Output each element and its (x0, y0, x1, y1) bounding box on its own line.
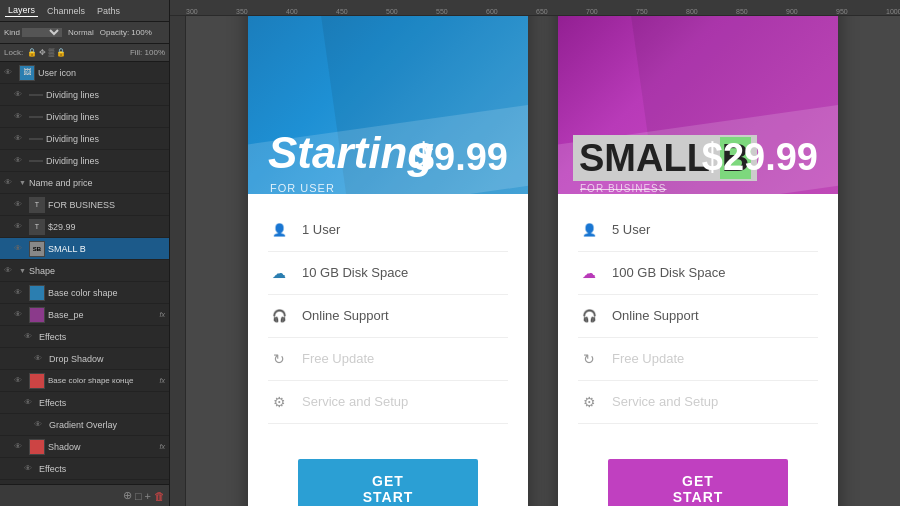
eye-icon[interactable]: 👁 (14, 288, 26, 297)
layer-item[interactable]: 👁 Dividing lines (0, 84, 169, 106)
gear-icon (268, 391, 290, 413)
layer-item[interactable]: 👁 Dividing lines (0, 106, 169, 128)
layer-item[interactable]: 👁 Shadow fx (0, 436, 169, 458)
delete-layer-icon[interactable]: 🗑 (154, 490, 165, 502)
layer-label: Name and price (29, 178, 165, 188)
eye-icon[interactable]: 👁 (14, 90, 26, 99)
gear-icon (578, 391, 600, 413)
eye-icon[interactable]: 👁 (14, 156, 26, 165)
ruler-mark: 400 (286, 8, 336, 15)
ruler-mark: 450 (336, 8, 386, 15)
card-price-small-b: $29.99 (702, 136, 818, 178)
layers-toolbar: Kind Normal Opacity: 100% (0, 22, 169, 44)
ruler-mark: 500 (386, 8, 436, 15)
layer-label: Base color shape конце (48, 376, 157, 385)
layer-item-folder[interactable]: 👁 ▼ Shape (0, 260, 169, 282)
layer-item-selected[interactable]: 👁 SB SMALL B (0, 238, 169, 260)
fx-badge: fx (160, 377, 165, 384)
ruler-mark: 800 (686, 8, 736, 15)
eye-icon[interactable]: 👁 (14, 134, 26, 143)
layer-thumb: T (29, 219, 45, 235)
ruler-top: 300 350 400 450 500 550 600 650 700 750 … (170, 0, 900, 16)
tab-layers[interactable]: Layers (5, 4, 38, 17)
card-header-blue: Starting FOR USER $9.99 (248, 16, 528, 194)
feature-item-disabled: Free Update (578, 338, 818, 381)
layer-item[interactable]: 👁 Dividing lines (0, 128, 169, 150)
layer-label: Base color shape (48, 288, 165, 298)
feature-item-disabled: Service and Setup (268, 381, 508, 424)
canvas-content: Starting FOR USER $9.99 1 User 10 GB Dis… (186, 16, 900, 506)
layer-item[interactable]: 👁 Base_pe fx (0, 304, 169, 326)
layer-item[interactable]: 👁 Base color shape конце fx (0, 370, 169, 392)
layer-label: Gradient Overlay (49, 420, 165, 430)
eye-icon[interactable]: 👁 (4, 266, 16, 275)
feature-text: 5 User (612, 222, 650, 237)
feature-item-disabled: Service and Setup (578, 381, 818, 424)
feature-text: Free Update (302, 351, 374, 366)
eye-icon[interactable]: 👁 (34, 420, 46, 429)
eye-icon[interactable]: 👁 (14, 222, 26, 231)
feature-text: 10 GB Disk Space (302, 265, 408, 280)
get-start-button-starting[interactable]: GET START (298, 459, 478, 507)
ruler-marks: 300 350 400 450 500 550 600 650 700 750 … (186, 0, 900, 15)
panel-tabs: Layers Channels Paths (0, 0, 169, 22)
layer-item[interactable]: 👁 T $29.99 (0, 216, 169, 238)
group-icon[interactable]: □ (135, 490, 142, 502)
layer-options: Lock: 🔒 ✥ ▒ 🔒 Fill: 100% (0, 44, 169, 62)
layer-thumb: T (29, 197, 45, 213)
layer-item[interactable]: 👁 Base color shape (0, 282, 169, 304)
eye-icon[interactable]: 👁 (4, 68, 16, 77)
layer-thumb: 🖼 (19, 65, 35, 81)
ruler-mark: 850 (736, 8, 786, 15)
eye-icon[interactable]: 👁 (14, 244, 26, 253)
feature-item-disabled: Free Update (268, 338, 508, 381)
ruler-mark: 750 (636, 8, 686, 15)
layer-thumb: SB (29, 241, 45, 257)
eye-icon[interactable]: 👁 (14, 200, 26, 209)
feature-text: 100 GB Disk Space (612, 265, 725, 280)
layer-item[interactable]: 👁 Effects (0, 326, 169, 348)
tab-paths[interactable]: Paths (94, 5, 123, 17)
add-style-icon[interactable]: ⊕ (123, 489, 132, 502)
eye-icon[interactable]: 👁 (14, 112, 26, 121)
normal-label: Normal (68, 28, 94, 37)
ruler-mark: 900 (786, 8, 836, 15)
eye-icon[interactable]: 👁 (14, 310, 26, 319)
eye-icon[interactable]: 👁 (24, 464, 36, 473)
cloud-icon (578, 262, 600, 284)
layer-item[interactable]: 👁 Drop Shadow (0, 348, 169, 370)
layer-label: $29.99 (48, 222, 165, 232)
eye-icon[interactable]: 👁 (14, 442, 26, 451)
lock-label: Lock: (4, 48, 23, 57)
headphone-icon (268, 305, 290, 327)
layer-item[interactable]: 👁 T FOR BUSINESS (0, 194, 169, 216)
eye-icon[interactable]: 👁 (34, 354, 46, 363)
eye-icon[interactable]: 👁 (14, 376, 26, 385)
layers-list: 👁 🖼 User icon 👁 Dividing lines 👁 Dividin… (0, 62, 169, 484)
eye-icon[interactable]: 👁 (24, 332, 36, 341)
eye-icon[interactable]: 👁 (24, 398, 36, 407)
layer-item-folder[interactable]: 👁 ▼ Name and price (0, 172, 169, 194)
cloud-icon (268, 262, 290, 284)
feature-item: 1 User (268, 209, 508, 252)
tab-channels[interactable]: Channels (44, 5, 88, 17)
feature-item: Online Support (578, 295, 818, 338)
kind-dropdown[interactable] (22, 28, 62, 37)
layer-item[interactable]: 👁 Effects (0, 458, 169, 480)
layer-label: Dividing lines (46, 134, 165, 144)
layer-item[interactable]: 👁 Gradient Overlay (0, 414, 169, 436)
new-layer-icon[interactable]: + (145, 490, 151, 502)
feature-item: 5 User (578, 209, 818, 252)
eye-icon[interactable]: 👁 (4, 178, 16, 187)
layer-item[interactable]: 👁 Dividing lines (0, 150, 169, 172)
layer-item[interactable]: 👁 Effects (0, 392, 169, 414)
layer-label: Shape (29, 266, 165, 276)
feature-item: 100 GB Disk Space (578, 252, 818, 295)
folder-arrow: ▼ (19, 179, 26, 186)
feature-text: Service and Setup (302, 394, 408, 409)
layer-item[interactable]: 👁 🖼 User icon (0, 62, 169, 84)
get-start-button-small-b[interactable]: GET START (608, 459, 788, 507)
card-footer-starting: GET START (248, 439, 528, 507)
card-price-starting: $9.99 (413, 136, 508, 178)
ruler-mark: 650 (536, 8, 586, 15)
